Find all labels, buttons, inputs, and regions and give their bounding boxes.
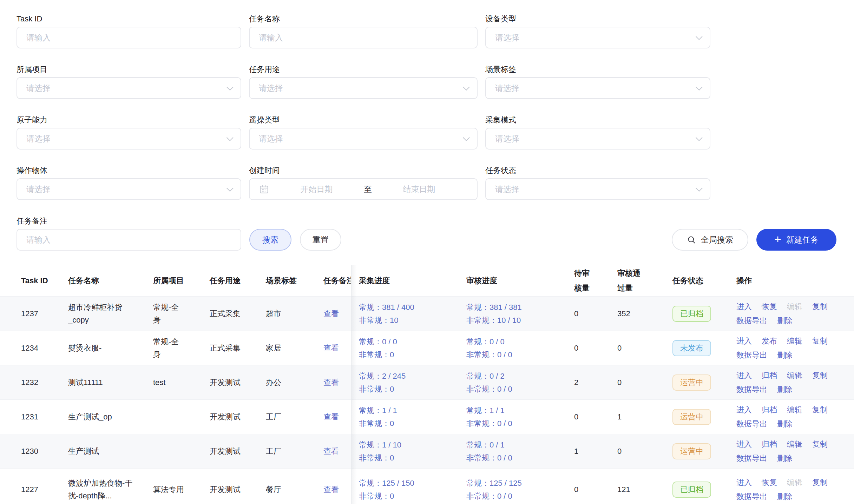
filter-task-status: 任务状态 请选择 [485, 166, 710, 200]
action-link[interactable]: 进入 [736, 405, 752, 415]
collect-irregular: 非常规：0 [359, 417, 466, 430]
cell-approved-count: 1 [614, 412, 672, 422]
cell-collect-progress: 常规：381 / 400 非常规：10 [351, 301, 466, 327]
action-link[interactable]: 进入 [736, 370, 752, 381]
reset-button[interactable]: 重置 [300, 229, 341, 251]
search-button[interactable]: 搜索 [249, 229, 291, 251]
action-link[interactable]: 删除 [777, 419, 793, 429]
review-irregular: 非常规：0 / 0 [466, 417, 571, 430]
select-placeholder: 请选择 [495, 32, 519, 43]
view-remark-link[interactable]: 查看 [323, 309, 339, 318]
action-link[interactable]: 删除 [777, 316, 793, 326]
cell-purpose: 正式采集 [210, 343, 266, 353]
device-type-select[interactable]: 请选择 [485, 27, 710, 48]
status-badge: 已归档 [672, 482, 711, 498]
chevron-down-icon [463, 84, 470, 91]
teleop-type-select[interactable]: 请选择 [249, 128, 478, 150]
action-link[interactable]: 数据导出 [736, 453, 767, 464]
task-purpose-select[interactable]: 请选择 [249, 77, 478, 99]
action-link[interactable]: 恢复 [762, 301, 777, 312]
action-link[interactable]: 删除 [777, 350, 793, 360]
action-link[interactable]: 编辑 [787, 405, 802, 415]
header-pending-count: 待审核量 [571, 266, 614, 296]
view-remark-link[interactable]: 查看 [323, 378, 339, 387]
status-badge: 已归档 [672, 306, 711, 322]
filter-project: 所属项目 请选择 [17, 65, 241, 99]
atomic-capability-select[interactable]: 请选择 [17, 128, 241, 150]
task-remark-input[interactable] [17, 229, 241, 251]
action-link[interactable]: 数据导出 [736, 419, 767, 429]
global-search-button[interactable]: 全局搜索 [672, 229, 748, 251]
table-row: 1237 超市冷鲜柜补货_copy 常规-全身 正式采集 超市 查看 常规：38… [0, 297, 854, 331]
operation-object-select[interactable]: 请选择 [17, 178, 241, 200]
action-link[interactable]: 删除 [777, 384, 793, 395]
action-link[interactable]: 复制 [812, 439, 828, 450]
task-name-input[interactable] [249, 27, 478, 48]
scene-tag-select[interactable]: 请选择 [485, 77, 710, 99]
action-link[interactable]: 编辑 [787, 336, 802, 346]
cell-project: 常规-全身 [153, 336, 185, 361]
cell-collect-progress: 常规：1 / 10 非常规：0 [351, 438, 466, 464]
action-link[interactable]: 进入 [736, 336, 752, 346]
collect-irregular: 非常规：0 [359, 451, 466, 464]
create-time-range-picker[interactable]: 开始日期 至 结束日期 [249, 178, 478, 200]
header-collect-progress: 采集进度 [351, 276, 466, 286]
collect-regular: 常规：125 / 150 [359, 477, 466, 490]
collect-regular: 常规：0 / 0 [359, 335, 466, 348]
view-remark-link[interactable]: 查看 [323, 344, 339, 352]
action-link[interactable]: 复制 [812, 370, 828, 381]
view-remark-link[interactable]: 查看 [323, 485, 339, 494]
action-link[interactable]: 复制 [812, 477, 828, 488]
view-remark-link[interactable]: 查看 [323, 447, 339, 456]
review-irregular: 非常规：0 / 0 [466, 451, 571, 464]
action-link[interactable]: 数据导出 [736, 491, 767, 502]
action-link[interactable]: 恢复 [762, 477, 777, 488]
review-regular: 常规：0 / 2 [466, 370, 571, 383]
chevron-down-icon [226, 185, 234, 192]
action-link[interactable]: 删除 [777, 491, 793, 502]
filter-task-purpose: 任务用途 请选择 [249, 65, 478, 99]
date-range-separator: 至 [364, 184, 372, 195]
action-link[interactable]: 数据导出 [736, 350, 767, 360]
cell-approved-count: 0 [614, 344, 672, 353]
action-link[interactable]: 复制 [812, 336, 828, 346]
action-link[interactable]: 编辑 [787, 439, 802, 450]
cell-review-progress: 常规：125 / 125 非常规：0 / 0 [466, 477, 571, 503]
action-link[interactable]: 归档 [762, 370, 777, 381]
chevron-down-icon [463, 134, 470, 141]
review-regular: 常规：125 / 125 [466, 477, 571, 490]
task-status-select[interactable]: 请选择 [485, 178, 710, 200]
cell-remark: 查看 [323, 343, 351, 353]
create-task-button[interactable]: + 新建任务 [756, 229, 836, 251]
action-link[interactable]: 数据导出 [736, 316, 767, 326]
chevron-down-icon [696, 185, 703, 192]
field-label: 任务备注 [17, 216, 241, 226]
project-select[interactable]: 请选择 [17, 77, 241, 99]
review-regular: 常规：0 / 1 [466, 438, 571, 451]
action-link[interactable]: 编辑 [787, 370, 802, 381]
action-link[interactable]: 归档 [762, 439, 777, 450]
chevron-down-icon [696, 134, 703, 141]
header-operations: 操作 [736, 276, 854, 286]
action-link[interactable]: 归档 [762, 405, 777, 415]
action-link[interactable]: 进入 [736, 477, 752, 488]
cell-task-name: 测试11111 [68, 376, 133, 389]
cell-collect-progress: 常规：0 / 0 非常规：0 [351, 335, 466, 361]
review-regular: 常规：381 / 381 [466, 301, 571, 314]
action-link[interactable]: 删除 [777, 453, 793, 464]
calendar-icon [259, 184, 269, 194]
action-link[interactable]: 复制 [812, 301, 828, 312]
cell-status: 已归档 [672, 482, 736, 498]
view-remark-link[interactable]: 查看 [323, 412, 339, 421]
task-id-input[interactable] [17, 27, 241, 48]
header-purpose: 任务用途 [210, 276, 266, 286]
table-row: 1231 生产测试_op 开发测试 工厂 查看 常规：1 / 1 非常规：0 常… [0, 400, 854, 434]
action-link[interactable]: 进入 [736, 301, 752, 312]
action-link[interactable]: 进入 [736, 439, 752, 450]
action-link[interactable]: 数据导出 [736, 384, 767, 395]
review-regular: 常规：1 / 1 [466, 404, 571, 417]
action-link[interactable]: 发布 [762, 336, 777, 346]
header-task-name: 任务名称 [68, 276, 153, 286]
collect-mode-select[interactable]: 请选择 [485, 128, 710, 150]
action-link[interactable]: 复制 [812, 405, 828, 415]
